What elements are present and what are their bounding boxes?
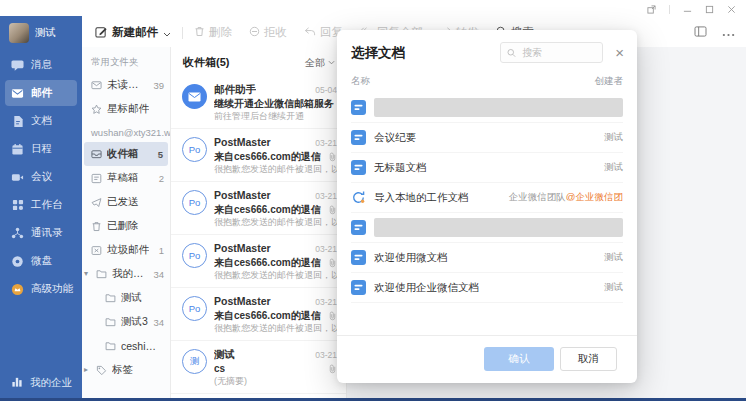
modal-title: 选择文档 xyxy=(351,44,405,62)
delete-button[interactable]: 删除 xyxy=(194,25,232,40)
mail-item[interactable]: 测 测试03-21 cs (无摘要) xyxy=(171,341,346,394)
document-row[interactable]: 会议纪要 测试 xyxy=(351,123,623,153)
premium-icon xyxy=(11,283,24,296)
chevron-down-icon xyxy=(328,60,335,65)
folder-drafts[interactable]: 草稿箱 2 xyxy=(82,166,170,190)
calendar-icon xyxy=(11,143,24,156)
meeting-icon xyxy=(11,171,24,184)
app-window: 测试 消息 邮件 文档 日程 会议 xyxy=(0,0,746,401)
folder-sent[interactable]: 已发送 xyxy=(82,190,170,214)
mail-assistant-avatar xyxy=(182,84,207,109)
doc-icon xyxy=(351,130,366,145)
user-profile[interactable]: 测试 xyxy=(0,16,82,51)
sidebar-item-drive[interactable]: 微盘 xyxy=(5,248,77,274)
document-icon xyxy=(11,115,24,128)
caret-down-icon[interactable]: ▾ xyxy=(84,270,91,278)
sidebar-item-premium[interactable]: 高级功能 xyxy=(5,276,77,302)
search-icon xyxy=(507,48,516,58)
maximize-icon[interactable] xyxy=(705,5,714,14)
sidebar-item-contacts[interactable]: 通讯录 xyxy=(5,220,77,246)
caret-right-icon[interactable]: ▸ xyxy=(84,366,91,374)
cancel-button[interactable]: 取消 xyxy=(560,347,617,371)
folder-unread[interactable]: 未读邮件 39 xyxy=(82,73,170,97)
trash-icon xyxy=(194,26,205,39)
mail-list-panel: 收件箱(5) 全部 邮件助手05-04 继续开通企业微信邮箱服务 xyxy=(171,47,347,398)
sidebar-item-meeting[interactable]: 会议 xyxy=(5,164,77,190)
avatar xyxy=(9,23,29,43)
trash-icon xyxy=(91,221,102,232)
contacts-icon xyxy=(11,227,24,239)
folder-test[interactable]: 测试 xyxy=(82,286,170,310)
folder-my-folders[interactable]: ▾ 我的文件夹 34 xyxy=(82,262,170,286)
attachment-icon xyxy=(328,203,337,216)
doc-icon xyxy=(351,100,366,115)
close-window-icon[interactable] xyxy=(727,5,736,14)
folder-starred[interactable]: 星标邮件 xyxy=(82,97,170,121)
mail-item[interactable]: Po PostMaster03-21 来自ces666.com的退信 很抱歉您发… xyxy=(171,288,346,341)
compose-button[interactable]: 新建邮件 xyxy=(95,25,171,40)
document-row[interactable]: 欢迎使用企业微信文档 测试 xyxy=(351,273,623,303)
folder-test3[interactable]: 测试3 34 xyxy=(82,310,170,334)
compose-icon xyxy=(95,26,107,40)
mail-item[interactable]: Po PostMaster03-21 来自ces666.com的退信 很抱歉您发… xyxy=(171,129,346,182)
sidebar-item-calendar[interactable]: 日程 xyxy=(5,136,77,162)
creator-org-link[interactable]: @企业微信团 xyxy=(566,191,623,202)
sidebar-item-docs[interactable]: 文档 xyxy=(5,108,77,134)
sidebar: 测试 消息 邮件 文档 日程 会议 xyxy=(0,16,82,398)
mail-item[interactable]: 邮件助手05-04 继续开通企业微信邮箱服务 前往管理后台继续开通 xyxy=(171,76,346,129)
redacted-doc-name xyxy=(374,218,623,237)
chat-icon xyxy=(11,59,24,72)
mail-icon xyxy=(11,87,24,100)
folder-section-header: 常用文件夹 xyxy=(82,50,170,73)
document-row[interactable]: 导入本地的工作文档 企业微信团队@企业微信团 xyxy=(351,183,623,213)
folder-icon xyxy=(96,269,107,279)
reply-icon xyxy=(304,26,316,39)
account-header: wushan@xty321.w... xyxy=(82,121,170,142)
attachment-icon xyxy=(328,362,337,375)
folder-tags[interactable]: ▸ 标签 xyxy=(82,358,170,382)
folder-ceshishanch[interactable]: ceshishanch... xyxy=(82,334,170,358)
minimize-icon[interactable] xyxy=(683,5,692,14)
mail-item[interactable]: Po PostMaster03-21 来自ces666.com的退信 很抱歉您发… xyxy=(171,235,346,288)
sidebar-item-messages[interactable]: 消息 xyxy=(5,52,77,78)
import-doc-icon xyxy=(351,190,366,205)
document-search-input[interactable] xyxy=(520,46,596,59)
doc-icon xyxy=(351,250,366,265)
confirm-button[interactable]: 确认 xyxy=(484,347,554,371)
column-header-name: 名称 xyxy=(351,75,370,88)
sidebar-item-workbench[interactable]: 工作台 xyxy=(5,192,77,218)
document-search-box[interactable] xyxy=(500,42,603,63)
document-row[interactable]: 欢迎使用微文档 测试 xyxy=(351,243,623,273)
mail-list: 邮件助手05-04 继续开通企业微信邮箱服务 前往管理后台继续开通 Po Pos… xyxy=(171,76,346,398)
popout-icon[interactable] xyxy=(647,5,656,14)
sender-avatar: Po xyxy=(182,190,207,215)
attachment-icon xyxy=(328,256,337,269)
company-icon xyxy=(11,376,23,390)
layout-panel-icon[interactable] xyxy=(694,26,707,39)
document-row[interactable] xyxy=(351,213,623,243)
more-options-icon[interactable] xyxy=(722,27,735,39)
sender-avatar: Po xyxy=(182,296,207,321)
tag-icon xyxy=(96,365,107,376)
folder-icon xyxy=(105,317,116,327)
document-row[interactable] xyxy=(351,93,623,123)
junk-icon xyxy=(91,245,102,256)
folder-junk[interactable]: 垃圾邮件 1 xyxy=(82,238,170,262)
sidebar-item-mail[interactable]: 邮件 xyxy=(5,80,77,106)
document-row[interactable]: 无标题文档 测试 xyxy=(351,153,623,183)
folder-inbox[interactable]: 收件箱 5 xyxy=(84,142,168,166)
folder-deleted[interactable]: 已删除 xyxy=(82,214,170,238)
redacted-doc-name xyxy=(374,98,623,117)
mail-item[interactable]: Po PostMaster03-21 来自ces666.com的退信 很抱歉您发… xyxy=(171,182,346,235)
mail-list-title: 收件箱(5) xyxy=(183,55,229,70)
reject-button[interactable]: 拒收 xyxy=(249,25,287,40)
sidebar-item-my-company[interactable]: 我的企业 xyxy=(0,368,82,398)
mail-filter-dropdown[interactable]: 全部 xyxy=(305,56,335,70)
block-icon xyxy=(249,26,260,39)
star-icon xyxy=(91,104,102,115)
sender-avatar: Po xyxy=(182,137,207,162)
send-icon xyxy=(91,197,102,208)
titlebar xyxy=(0,0,746,16)
close-icon[interactable]: × xyxy=(615,45,624,60)
inbox-icon xyxy=(91,149,102,159)
